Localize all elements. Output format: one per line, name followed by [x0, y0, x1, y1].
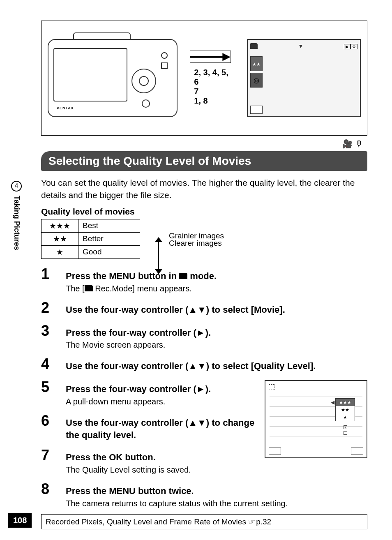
checkbox-off-icon: ☐	[339, 430, 351, 436]
callout-2: 7	[194, 87, 235, 96]
procedure-steps: 1 Press the MENU button in mode. The [ R…	[41, 265, 367, 508]
side-tab: 4 Taking Pictures	[8, 181, 25, 250]
lcd-menu-illustration: ▼ ▶⚙ ★★ ◎	[247, 39, 361, 117]
step-title: Press the MENU button in mode.	[66, 270, 367, 282]
step-num: 1	[41, 265, 58, 283]
camera-back-illustration: PENTAX	[48, 39, 178, 117]
arrow-up-down-icon: ▲▼	[188, 305, 206, 315]
quality-name-2: Good	[78, 245, 140, 258]
nav-right-badge: ▶	[344, 44, 350, 49]
quality-level-table: ★★★ Best Clearer images Grainier images …	[41, 219, 367, 259]
voice-mode-icon: 🎙	[355, 139, 363, 148]
step-num: 2	[41, 299, 58, 316]
step-2: 2 Use the four-way controller (▲▼) to se…	[41, 299, 367, 316]
pointing-hand-icon	[248, 517, 256, 526]
step-3: 3 Press the four-way controller (►). The…	[41, 322, 367, 350]
menu-ui-label: MENU	[109, 271, 136, 281]
menu-ui-label: MENU	[109, 486, 136, 496]
quality-dropdown: ◀ ★★★ ★★ ★	[335, 398, 355, 421]
camera-icon	[250, 43, 258, 49]
quality-name-1: Better	[78, 232, 140, 245]
checkbox-on-icon: ☑	[339, 425, 351, 430]
lcd-footer-button	[250, 106, 263, 114]
arrow-up-down-icon: ▲▼	[188, 418, 206, 428]
quality-range-cell: Clearer images Grainier images	[140, 219, 368, 258]
step-desc: A pull-down menu appears.	[66, 397, 259, 406]
dropdown-option-2: ★	[336, 413, 355, 421]
camera-icon	[179, 273, 187, 279]
quality-symbol-1: ★★	[42, 232, 78, 245]
arrow-right-icon: ►	[196, 328, 205, 338]
cross-reference-box: Recorded Pixels, Quality Level and Frame…	[41, 514, 367, 529]
step-desc: The Movie screen appears.	[66, 340, 367, 350]
quality-sub-heading: Quality level of movies	[41, 207, 367, 217]
reference-text: Recorded Pixels, Quality Level and Frame…	[46, 517, 248, 526]
step-4: 4 Use the four-way controller (▲▼) to se…	[41, 355, 367, 373]
lcd-dropdown-illustration: ◀ ★★★ ★★ ★ ☑ ☐	[265, 380, 367, 458]
step-title: Press the four-way controller (►).	[66, 383, 259, 395]
callout-3: 1, 8	[194, 96, 235, 106]
quality-symbol-0: ★★★	[42, 219, 78, 232]
quality-symbol-2: ★	[42, 245, 78, 258]
step-desc: The camera returns to capture status wit…	[66, 499, 367, 508]
step-title: Press the OK button.	[66, 451, 259, 464]
step-1: 1 Press the MENU button in mode. The [ R…	[41, 265, 367, 293]
step-title: Use the four-way controller (▲▼) to chan…	[66, 417, 259, 441]
chapter-label: Taking Pictures	[12, 196, 21, 250]
step-title: Press the MENU button twice.	[66, 485, 367, 497]
intro-paragraph: You can set the quality level of movies.…	[41, 177, 367, 202]
section-title: Selecting the Quality Level of Movies	[41, 151, 367, 171]
callout-1: 2, 3, 4, 5, 6	[194, 68, 235, 87]
dropdown-chevron-left-icon: ◀	[331, 399, 334, 405]
step-title: Use the four-way controller (▲▼) to sele…	[66, 304, 367, 316]
step-title: Press the four-way controller (►).	[66, 327, 367, 339]
step-num: 6	[41, 412, 58, 429]
quality-name-0: Best	[78, 219, 140, 232]
movie-mode-icon: 🎥	[342, 139, 353, 148]
dropdown-option-0: ★★★	[336, 399, 355, 406]
arrow-down-icon: ▼	[298, 43, 304, 49]
svg-marker-1	[223, 53, 231, 61]
svg-marker-4	[155, 269, 162, 274]
lcd-footer-right	[351, 448, 363, 455]
reference-page: p.32	[256, 517, 271, 526]
camera-icon	[85, 285, 93, 291]
diagram-illustration: PENTAX 2, 3, 4, 5, 6 7 1, 8 ▼ ▶⚙ ★★ ◎	[41, 21, 367, 136]
lcd-footer-left	[269, 448, 281, 455]
step-title: Use the four-way controller (▲▼) to sele…	[66, 360, 367, 372]
camera-brand: PENTAX	[57, 106, 74, 110]
lcd-tab-2: ◎	[250, 73, 263, 88]
chapter-number: 4	[11, 181, 22, 192]
step-num: 3	[41, 322, 58, 339]
callout-labels: 2, 3, 4, 5, 6 7 1, 8	[190, 51, 235, 106]
step-num: 5	[41, 378, 58, 396]
lcd-tab-1: ★★	[250, 56, 263, 71]
step-8: 8 Press the MENU button twice. The camer…	[41, 480, 367, 508]
ok-ui-label: OK	[109, 452, 122, 462]
range-double-arrow-icon	[152, 237, 165, 274]
page-number: 108	[8, 513, 32, 528]
arrow-up-down-icon: ▲▼	[188, 361, 206, 371]
dropdown-option-1: ★★	[336, 406, 355, 413]
step-desc: The Quality Level setting is saved.	[66, 465, 259, 475]
step-num: 7	[41, 447, 58, 464]
range-bottom-label: Grainier images	[169, 231, 224, 240]
tools-badge: ⚙	[350, 44, 357, 49]
focus-bracket-icon	[269, 384, 274, 390]
arrow-right-icon: ►	[196, 384, 205, 394]
flow-arrow-icon	[190, 51, 231, 63]
step-num: 8	[41, 480, 58, 498]
step-num: 4	[41, 355, 58, 373]
step-desc: The [ Rec.Mode] menu appears.	[66, 284, 367, 293]
mode-icons: 🎥 🎙	[41, 139, 367, 149]
